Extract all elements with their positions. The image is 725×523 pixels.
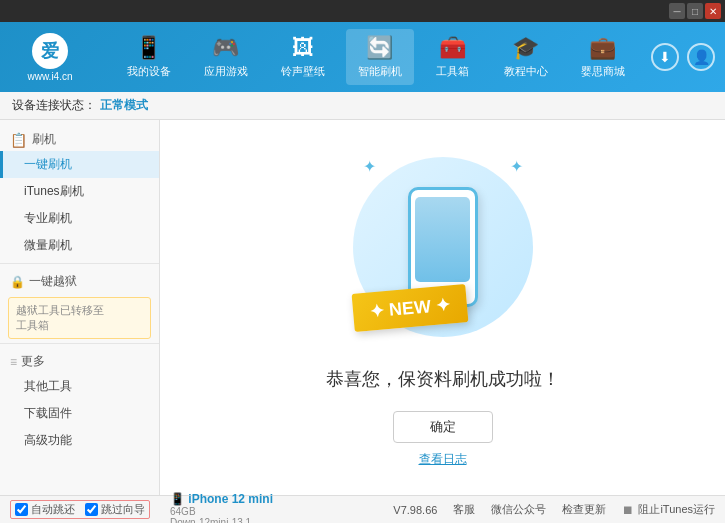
sidebar-item-itunes-flash[interactable]: iTunes刷机: [0, 178, 159, 205]
success-text: 恭喜您，保资料刷机成功啦！: [326, 367, 560, 391]
skip-wizard-input[interactable]: [85, 503, 98, 516]
content-area: ✦ ✦ ✦ NEW ✦ 恭喜您，保资料刷机成功啦！ 确定 查看日志: [160, 120, 725, 495]
customer-service-link[interactable]: 客服: [453, 502, 475, 517]
itunes-status-text: 阻止iTunes运行: [638, 502, 715, 517]
nav-tutorial[interactable]: 🎓 教程中心: [492, 29, 560, 85]
more-icon: ≡: [10, 355, 17, 369]
device-name-text: iPhone 12 mini: [188, 492, 273, 506]
minimize-button[interactable]: ─: [669, 3, 685, 19]
device-name: 📱 iPhone 12 mini: [170, 492, 273, 506]
tutorial-label: 教程中心: [504, 64, 548, 79]
nav-baby-shop[interactable]: 💼 婴思商城: [569, 29, 637, 85]
skip-wizard-label: 跳过向导: [101, 502, 145, 517]
title-bar: ─ □ ✕: [0, 0, 725, 22]
auto-jump-checkbox[interactable]: 自动跳还: [15, 502, 75, 517]
download-button[interactable]: ⬇: [651, 43, 679, 71]
status-label: 设备连接状态：: [12, 97, 96, 114]
confirm-button[interactable]: 确定: [393, 411, 493, 443]
device-version: Down-12mini-13,1: [170, 517, 273, 524]
nav-apps[interactable]: 🎮 应用游戏: [192, 29, 260, 85]
logo-area: 爱 www.i4.cn: [10, 33, 90, 82]
sidebar-item-advanced[interactable]: 高级功能: [0, 427, 159, 454]
sidebar-item-other-tools[interactable]: 其他工具: [0, 373, 159, 400]
more-section-label: 更多: [21, 353, 45, 370]
auto-jump-input[interactable]: [15, 503, 28, 516]
smart-shop-icon: 🔄: [366, 35, 393, 61]
flash-section-icon: 📋: [10, 132, 27, 148]
maximize-button[interactable]: □: [687, 3, 703, 19]
apps-label: 应用游戏: [204, 64, 248, 79]
wechat-public-link[interactable]: 微信公众号: [491, 502, 546, 517]
jailbreak-section-label: 一键越狱: [29, 273, 77, 290]
user-button[interactable]: 👤: [687, 43, 715, 71]
nav-right: ⬇ 👤: [651, 43, 715, 71]
baby-shop-icon: 💼: [589, 35, 616, 61]
nav-wallpaper[interactable]: 🖼 铃声壁纸: [269, 29, 337, 85]
skip-wizard-checkbox[interactable]: 跳过向导: [85, 502, 145, 517]
logo-icon: 爱: [32, 33, 68, 69]
nav-my-device[interactable]: 📱 我的设备: [115, 29, 183, 85]
check-update-link[interactable]: 检查更新: [562, 502, 606, 517]
phone-icon-small: 📱: [170, 492, 188, 506]
sidebar-item-download-firmware[interactable]: 下载固件: [0, 400, 159, 427]
flash-section-label: 刷机: [32, 131, 56, 148]
checkbox-area: 自动跳还 跳过向导: [10, 500, 150, 519]
nav-items: 📱 我的设备 🎮 应用游戏 🖼 铃声壁纸 🔄 智能刷机 🧰 工具箱 🎓 教程中心…: [110, 29, 641, 85]
jailbreak-warning: 越狱工具已转移至 工具箱: [8, 297, 151, 339]
close-button[interactable]: ✕: [705, 3, 721, 19]
jailbreak-warning-text: 越狱工具已转移至 工具箱: [16, 304, 104, 331]
lock-icon: 🔒: [10, 275, 25, 289]
top-nav: 爱 www.i4.cn 📱 我的设备 🎮 应用游戏 🖼 铃声壁纸 🔄 智能刷机 …: [0, 22, 725, 92]
sidebar-item-one-key-flash[interactable]: 一键刷机: [0, 151, 159, 178]
smart-shop-label: 智能刷机: [358, 64, 402, 79]
restart-link[interactable]: 查看日志: [419, 451, 467, 468]
main-area: 📋 刷机 一键刷机 iTunes刷机 专业刷机 微量刷机 🔒 一键越狱 越狱工具…: [0, 120, 725, 495]
itunes-status: ⏹ 阻止iTunes运行: [622, 502, 715, 517]
device-info: 📱 iPhone 12 mini 64GB Down-12mini-13,1: [170, 492, 273, 524]
sidebar-section-jailbreak: 🔒 一键越狱: [0, 268, 159, 293]
logo-char: 爱: [41, 39, 59, 63]
my-device-icon: 📱: [135, 35, 162, 61]
my-device-label: 我的设备: [127, 64, 171, 79]
tutorial-icon: 🎓: [512, 35, 539, 61]
sparkle-top-right: ✦: [510, 157, 523, 176]
sidebar-section-more: ≡ 更多: [0, 348, 159, 373]
itunes-icon: ⏹: [622, 503, 634, 517]
bottom-left: 自动跳还 跳过向导 📱 iPhone 12 mini 64GB Down-12m…: [10, 492, 273, 524]
device-storage: 64GB: [170, 506, 273, 517]
sidebar-item-pro-flash[interactable]: 专业刷机: [0, 205, 159, 232]
divider-2: [0, 343, 159, 344]
phone-illustration: ✦ ✦ ✦ NEW ✦: [343, 147, 543, 347]
toolbox-icon: 🧰: [439, 35, 466, 61]
sidebar: 📋 刷机 一键刷机 iTunes刷机 专业刷机 微量刷机 🔒 一键越狱 越狱工具…: [0, 120, 160, 495]
nav-toolbox[interactable]: 🧰 工具箱: [423, 29, 483, 85]
phone-screen: [415, 197, 470, 282]
version-label: V7.98.66: [393, 504, 437, 516]
apps-icon: 🎮: [212, 35, 239, 61]
wallpaper-label: 铃声壁纸: [281, 64, 325, 79]
auto-jump-label: 自动跳还: [31, 502, 75, 517]
baby-shop-label: 婴思商城: [581, 64, 625, 79]
status-bar: 设备连接状态： 正常模式: [0, 92, 725, 120]
wallpaper-icon: 🖼: [292, 35, 314, 61]
toolbox-label: 工具箱: [436, 64, 469, 79]
sparkle-top-left: ✦: [363, 157, 376, 176]
bottom-bar: 自动跳还 跳过向导 📱 iPhone 12 mini 64GB Down-12m…: [0, 495, 725, 523]
sidebar-section-flash: 📋 刷机: [0, 126, 159, 151]
sidebar-item-backup-flash[interactable]: 微量刷机: [0, 232, 159, 259]
bottom-right: V7.98.66 客服 微信公众号 检查更新: [393, 502, 606, 517]
logo-url: www.i4.cn: [27, 71, 72, 82]
status-value: 正常模式: [100, 97, 148, 114]
divider-1: [0, 263, 159, 264]
nav-smart-shop[interactable]: 🔄 智能刷机: [346, 29, 414, 85]
